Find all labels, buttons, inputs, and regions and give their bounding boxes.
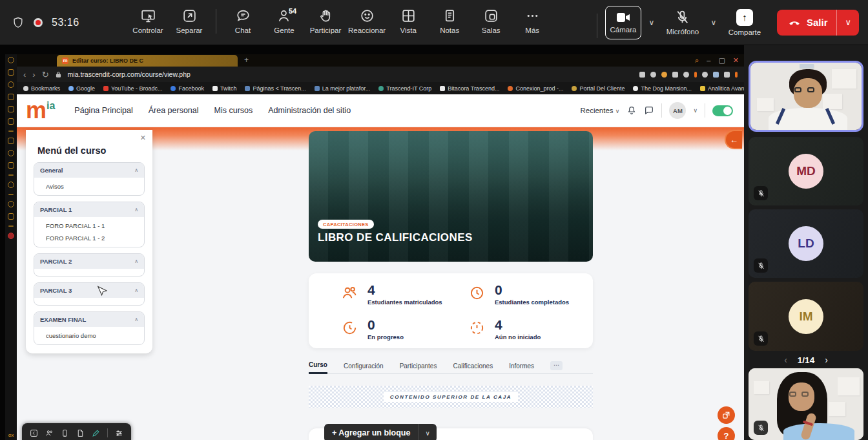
settings-icon[interactable]: [8, 213, 14, 220]
opera-logo-icon[interactable]: [8, 57, 14, 63]
next-page-chevron[interactable]: ›: [825, 355, 828, 365]
participant-tile-ld[interactable]: LD: [749, 209, 863, 278]
bookmark-twitch[interactable]: Twitch: [212, 85, 237, 92]
nav-area-personal[interactable]: Área personal: [149, 106, 199, 115]
microphone-button[interactable]: Micrófono: [662, 9, 703, 36]
section-header[interactable]: PARCIAL 1∧: [34, 202, 144, 217]
remote-control-button[interactable]: Controlar: [129, 3, 167, 43]
heart-extension-icon[interactable]: [683, 72, 689, 78]
participant-tile-im[interactable]: IM: [749, 282, 863, 351]
bookmark-bookmarks[interactable]: Bookmarks: [23, 85, 60, 92]
prev-page-chevron[interactable]: ‹: [784, 355, 787, 365]
camera-options-chevron[interactable]: ∨: [645, 18, 658, 27]
browser-tab[interactable]: m Editar curso: LIBRO DE C: [57, 55, 238, 67]
people-button[interactable]: 54 Gente: [265, 3, 303, 43]
play-extension-icon[interactable]: [672, 72, 678, 78]
forward-button[interactable]: ›: [32, 70, 35, 79]
participant-tile-active-speaker[interactable]: [749, 61, 863, 132]
new-tab-button[interactable]: +: [244, 56, 249, 65]
bookmark-analitica[interactable]: Analitica Avanzad...: [700, 85, 744, 92]
nav-pagina-principal[interactable]: Página Principal: [74, 106, 132, 115]
add-block-chevron[interactable]: ∨: [418, 430, 436, 437]
course-item-cuestionario[interactable]: cuestionario demo: [34, 327, 144, 344]
messages-icon[interactable]: [644, 105, 654, 116]
globe-extension-icon[interactable]: [702, 72, 708, 78]
minimize-button[interactable]: –: [707, 57, 710, 64]
apps-icon[interactable]: [8, 118, 14, 125]
security-shield-icon[interactable]: [12, 16, 25, 30]
user-menu-chevron[interactable]: ∨: [693, 107, 698, 114]
tab-curso[interactable]: Curso: [309, 361, 327, 374]
menu-accent-icon[interactable]: [735, 72, 738, 78]
course-item-avisos[interactable]: Avisos: [34, 178, 144, 195]
section-header[interactable]: General∧: [34, 163, 144, 178]
notifications-bell-icon[interactable]: [626, 105, 637, 116]
bookmark-google[interactable]: Google: [68, 85, 95, 92]
bookmark-paginas[interactable]: Páginas < Trascen...: [245, 85, 305, 92]
bookmark-bitacora[interactable]: Bitacora Trascend...: [440, 85, 499, 92]
tabs-overflow-button[interactable]: ⋯: [550, 361, 563, 370]
user-avatar[interactable]: AM: [669, 102, 686, 119]
tab-informes[interactable]: Informes: [509, 362, 534, 373]
bookmark-dog-mansion[interactable]: The Dog Mansion...: [633, 85, 692, 92]
image-extension-icon[interactable]: [713, 72, 719, 78]
twitch-icon[interactable]: [8, 138, 14, 144]
mic-options-chevron[interactable]: ∨: [707, 18, 720, 27]
participant-tile-video[interactable]: [749, 368, 863, 440]
reload-button[interactable]: ↻: [42, 70, 49, 79]
share-screen-button[interactable]: ↑ Comparte: [724, 9, 765, 36]
security-badge-icon[interactable]: [8, 233, 14, 239]
participate-button[interactable]: Participar: [307, 3, 344, 43]
edit-extension-icon[interactable]: [639, 72, 645, 78]
browser-search-icon[interactable]: ⌕: [695, 57, 699, 64]
keyboard-icon[interactable]: [8, 106, 14, 112]
section-header[interactable]: EXAMEN FINAL∧: [34, 312, 144, 327]
edit-mode-toggle[interactable]: [712, 105, 733, 116]
messenger-icon[interactable]: [8, 69, 14, 76]
annotate-pen-icon[interactable]: [92, 429, 100, 437]
maximize-button[interactable]: ▢: [718, 57, 725, 64]
section-header[interactable]: PARCIAL 3∧: [34, 283, 144, 298]
settings-sliders-icon[interactable]: [115, 429, 123, 437]
bookmark-trascend-it[interactable]: Trascend-IT Corp: [378, 85, 431, 92]
bookmark-facebook[interactable]: Facebook: [170, 85, 204, 92]
device-icon[interactable]: [61, 429, 69, 437]
section-header[interactable]: PARCIAL 2∧: [34, 254, 144, 269]
back-panel-icon[interactable]: [30, 429, 38, 437]
nav-administracion[interactable]: Administración del sitio: [268, 106, 351, 115]
document-icon[interactable]: [76, 429, 85, 437]
chat-button[interactable]: Chat: [224, 3, 262, 43]
drawer-close-icon[interactable]: ✕: [140, 134, 146, 142]
leave-options-chevron[interactable]: ∨: [837, 17, 859, 27]
url-input[interactable]: mia.trascendit-corp.com/course/view.php: [68, 70, 191, 78]
open-block-drawer-button[interactable]: ←: [725, 130, 742, 149]
leave-button[interactable]: Salir ∨: [777, 10, 859, 36]
x-icon[interactable]: [8, 162, 14, 169]
notes-button[interactable]: Notas: [431, 3, 468, 43]
bookmark-plataforma[interactable]: La mejor platafor...: [315, 85, 371, 92]
nav-mis-cursos[interactable]: Mis cursos: [214, 106, 253, 115]
whatsapp-icon[interactable]: [8, 150, 14, 156]
course-item-foro-1-2[interactable]: FORO PARCIAL 1 - 2: [34, 235, 144, 247]
tab-calificaciones[interactable]: Calificaciones: [453, 362, 493, 373]
course-item-foro-1-1[interactable]: FORO PARCIAL 1 - 1: [34, 217, 144, 235]
view-button[interactable]: Vista: [389, 3, 427, 43]
separate-button[interactable]: Separar: [170, 3, 208, 43]
help-button[interactable]: ?: [718, 427, 735, 440]
tab-configuracion[interactable]: Configuración: [344, 362, 384, 373]
more-button[interactable]: Más: [513, 3, 551, 43]
shield-check-extension-icon[interactable]: [661, 72, 667, 78]
download-icon[interactable]: [724, 72, 730, 78]
mia-logo[interactable]: mia: [26, 100, 55, 121]
participant-tile-md[interactable]: MD: [749, 137, 863, 205]
history-icon[interactable]: [8, 81, 14, 88]
recientes-dropdown[interactable]: Recientes ∨: [580, 107, 619, 114]
camera-extension-icon[interactable]: [650, 72, 656, 78]
tab-participantes[interactable]: Participantes: [400, 362, 437, 373]
palette-icon[interactable]: [8, 94, 14, 100]
block-region-placeholder[interactable]: CONTENIDO SUPERIOR DE LA CAJA: [309, 386, 593, 408]
rooms-button[interactable]: Salas: [472, 3, 510, 43]
bookmark-youtube[interactable]: YouTube - Broadc...: [103, 85, 162, 92]
clock-icon[interactable]: [8, 201, 14, 207]
participants-icon[interactable]: [45, 429, 54, 437]
